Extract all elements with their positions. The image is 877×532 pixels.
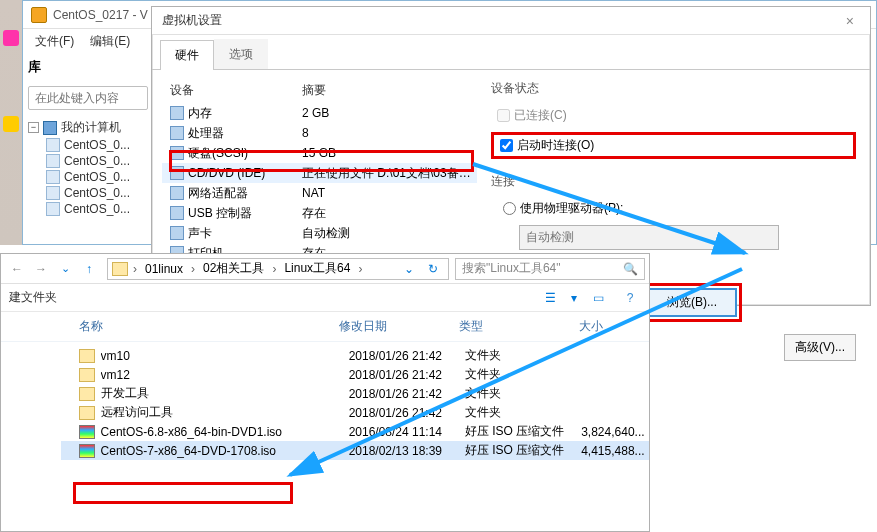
view-mode-dropdown-icon[interactable]: ▾ (571, 291, 577, 305)
tab-options[interactable]: 选项 (214, 39, 268, 69)
advanced-button[interactable]: 高级(V)... (784, 334, 856, 361)
browse-button[interactable]: 浏览(B)... (647, 288, 737, 317)
connect-poweron-checkbox[interactable] (500, 137, 513, 154)
settings-tabs: 硬件 选项 (152, 35, 870, 70)
explorer-toolbar: 建文件夹 ☰ ▾ ▭ ? (1, 284, 649, 312)
file-date: 2018/01/26 21:42 (349, 387, 465, 401)
browse-highlight: 浏览(B)... (642, 283, 742, 322)
preview-pane-icon[interactable]: ▭ (587, 289, 609, 307)
connect-poweron-highlight: 启动时连接(O) (491, 132, 856, 159)
refresh-icon[interactable]: ↻ (422, 262, 444, 276)
device-name: 网络适配器 (188, 185, 302, 202)
explorer-nav: ← → ⌄ ↑ › 01linux › 02相关工具 › Linux工具64 ›… (1, 254, 649, 284)
tree-vm-item[interactable]: CentOS_0... (28, 153, 146, 169)
device-summary: 自动检测 (302, 225, 477, 242)
chevron-right-icon[interactable]: › (188, 262, 198, 276)
nav-recent-icon[interactable]: ⌄ (53, 257, 77, 281)
connected-checkbox-row: 已连接(C) (491, 105, 856, 126)
nav-back-icon[interactable]: ← (5, 257, 29, 281)
help-icon[interactable]: ? (619, 289, 641, 307)
device-name: USB 控制器 (188, 205, 302, 222)
tab-hardware[interactable]: 硬件 (160, 40, 214, 70)
tree-item-label: CentOS_0... (64, 186, 130, 200)
tree-root-label: 我的计算机 (61, 119, 121, 136)
state-group-label: 设备状态 (491, 78, 856, 99)
device-icon (170, 106, 184, 120)
computer-icon (43, 121, 57, 135)
vm-icon (46, 186, 60, 200)
file-date: 2018/01/26 21:42 (349, 406, 465, 420)
connected-label: 已连接(C) (514, 107, 567, 124)
col-date[interactable]: 修改日期 (339, 318, 459, 335)
explorer-search[interactable]: 搜索"Linux工具64" 🔍 (455, 258, 645, 280)
tree-item-label: CentOS_0... (64, 170, 130, 184)
background-desktop-strip (0, 0, 22, 245)
device-list-header: 设备 摘要 (162, 78, 477, 103)
device-row[interactable]: 声卡自动检测 (162, 223, 477, 243)
new-folder-button[interactable]: 建文件夹 (9, 289, 57, 306)
file-type: 好压 ISO 压缩文件 (465, 442, 581, 459)
file-row[interactable]: 开发工具2018/01/26 21:42文件夹 (61, 384, 649, 403)
file-name: 远程访问工具 (101, 404, 349, 421)
file-row[interactable]: vm122018/01/26 21:42文件夹 (61, 365, 649, 384)
device-summary: 存在 (302, 205, 477, 222)
view-mode-icon[interactable]: ☰ (539, 289, 561, 307)
use-physical-radio[interactable] (503, 202, 516, 215)
chevron-right-icon[interactable]: › (269, 262, 279, 276)
device-row[interactable]: 内存2 GB (162, 103, 477, 123)
file-date: 2016/08/24 11:14 (349, 425, 465, 439)
settings-title-text: 虚拟机设置 (162, 12, 840, 29)
tree-item-label: CentOS_0... (64, 138, 130, 152)
file-type: 文件夹 (465, 404, 581, 421)
connection-group-label: 连接 (491, 171, 856, 192)
refresh-dropdown-icon[interactable]: ⌄ (398, 262, 420, 276)
folder-icon (79, 368, 95, 382)
tree-vm-item[interactable]: CentOS_0... (28, 201, 146, 217)
device-row[interactable]: 处理器8 (162, 123, 477, 143)
file-row[interactable]: CentOS-6.8-x86_64-bin-DVD1.iso2016/08/24… (61, 422, 649, 441)
tree-vm-item[interactable]: CentOS_0... (28, 169, 146, 185)
search-icon[interactable]: 🔍 (623, 262, 638, 276)
device-row[interactable]: 硬盘(SCSI)15 GB (162, 143, 477, 163)
breadcrumb[interactable]: › 01linux › 02相关工具 › Linux工具64 › ⌄ ↻ (107, 258, 449, 280)
col-type[interactable]: 类型 (459, 318, 579, 335)
tree-root[interactable]: − 我的计算机 (28, 118, 146, 137)
col-size[interactable]: 大小 (579, 318, 649, 335)
crumb-2[interactable]: 02相关工具 (200, 260, 267, 277)
device-row[interactable]: 网络适配器NAT (162, 183, 477, 203)
chevron-right-icon[interactable]: › (355, 262, 365, 276)
device-summary: 8 (302, 126, 477, 140)
close-icon[interactable]: × (840, 13, 860, 29)
menu-edit[interactable]: 编辑(E) (84, 31, 136, 52)
library-search-input[interactable] (28, 86, 148, 110)
col-device: 设备 (162, 82, 302, 99)
file-row[interactable]: 远程访问工具2018/01/26 21:42文件夹 (61, 403, 649, 422)
device-icon (170, 206, 184, 220)
device-row[interactable]: CD/DVD (IDE)正在使用文件 D:\01文档\03备课\01l... (162, 163, 477, 183)
crumb-3[interactable]: Linux工具64 (281, 260, 353, 277)
library-search (28, 86, 148, 110)
device-icon (170, 186, 184, 200)
device-row[interactable]: USB 控制器存在 (162, 203, 477, 223)
column-headers: 名称 修改日期 类型 大小 (1, 312, 649, 342)
settings-titlebar[interactable]: 虚拟机设置 × (152, 7, 870, 35)
device-name: CD/DVD (IDE) (188, 166, 302, 180)
tree-collapse-icon[interactable]: − (28, 122, 39, 133)
chevron-right-icon[interactable]: › (130, 262, 140, 276)
file-date: 2018/01/26 21:42 (349, 349, 465, 363)
file-row[interactable]: vm102018/01/26 21:42文件夹 (61, 346, 649, 365)
file-row[interactable]: CentOS-7-x86_64-DVD-1708.iso2018/02/13 1… (61, 441, 649, 460)
crumb-1[interactable]: 01linux (142, 262, 186, 276)
col-name[interactable]: 名称 (79, 318, 339, 335)
file-name: vm12 (101, 368, 349, 382)
device-name: 内存 (188, 105, 302, 122)
file-list: vm102018/01/26 21:42文件夹vm122018/01/26 21… (1, 342, 649, 460)
tree-vm-item[interactable]: CentOS_0... (28, 137, 146, 153)
use-physical-radio-row[interactable]: 使用物理驱动器(P): (491, 198, 856, 219)
nav-up-icon[interactable]: ↑ (77, 257, 101, 281)
menu-file[interactable]: 文件(F) (29, 31, 80, 52)
file-size: 4,415,488... (581, 444, 649, 458)
physical-drive-combo[interactable]: 自动检测 (519, 225, 779, 250)
tree-vm-item[interactable]: CentOS_0... (28, 185, 146, 201)
iso-file-icon (79, 444, 95, 458)
